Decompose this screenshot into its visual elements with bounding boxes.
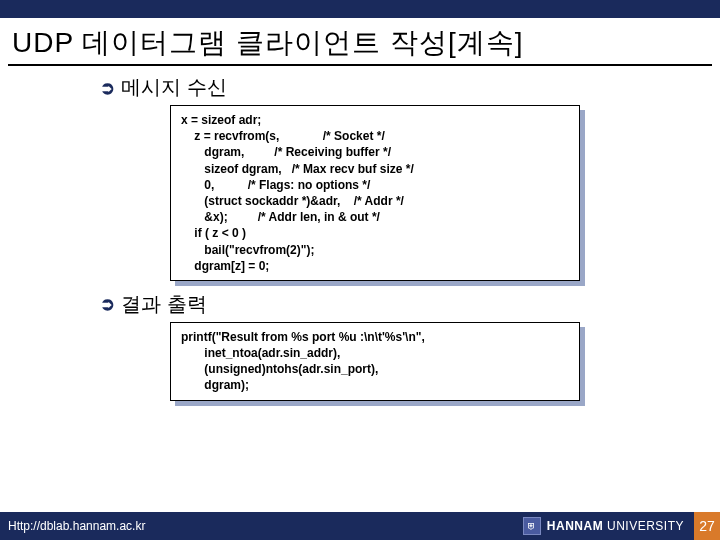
code-receive: x = sizeof adr; z = recvfrom(s, /* Socke… xyxy=(170,105,580,281)
page-number: 27 xyxy=(694,512,720,540)
bullet-receive: ➲ 메시지 수신 xyxy=(100,74,650,101)
code-output: printf("Result from %s port %u :\n\t'%s'… xyxy=(170,322,580,401)
university-bold: HANNAM xyxy=(547,519,603,533)
university-rest: UNIVERSITY xyxy=(603,519,684,533)
footer-right: ⛨ HANNAM UNIVERSITY 27 xyxy=(523,512,710,540)
code-block-receive: x = sizeof adr; z = recvfrom(s, /* Socke… xyxy=(170,105,580,281)
code-block-output: printf("Result from %s port %u :\n\t'%s'… xyxy=(170,322,580,401)
slide-title: UDP 데이터그램 클라이언트 작성[계속] xyxy=(0,18,720,64)
header-bar xyxy=(0,0,720,18)
footer-bar: Http://dblab.hannam.ac.kr ⛨ HANNAM UNIVE… xyxy=(0,512,720,540)
university-name: HANNAM UNIVERSITY xyxy=(547,519,684,533)
bullet-receive-label: 메시지 수신 xyxy=(121,74,227,101)
arrow-right-icon: ➲ xyxy=(100,77,115,99)
university-logo-icon: ⛨ xyxy=(523,517,541,535)
content-area: ➲ 메시지 수신 x = sizeof adr; z = recvfrom(s,… xyxy=(0,74,720,401)
arrow-right-icon: ➲ xyxy=(100,293,115,315)
title-underline xyxy=(8,64,712,66)
bullet-output: ➲ 결과 출력 xyxy=(100,291,650,318)
footer-url: Http://dblab.hannam.ac.kr xyxy=(8,519,145,533)
bullet-output-label: 결과 출력 xyxy=(121,291,207,318)
